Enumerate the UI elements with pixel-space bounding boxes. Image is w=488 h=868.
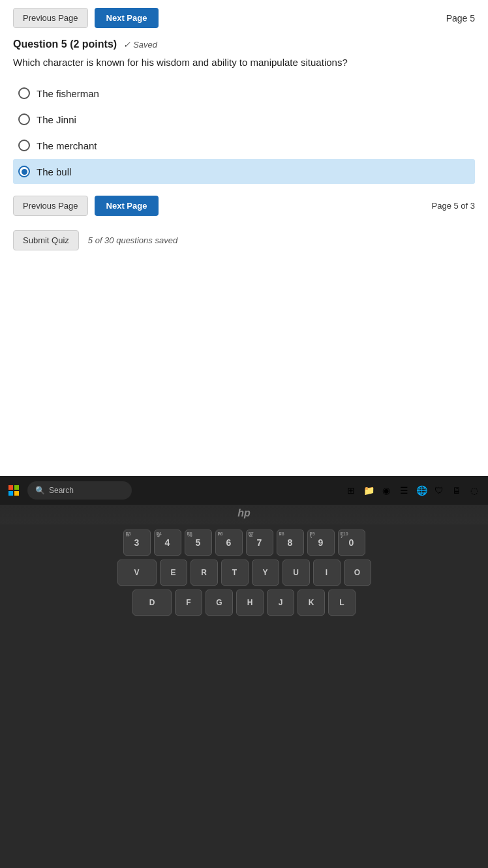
option-merchant-label: The merchant: [37, 140, 97, 151]
taskbar-icon-hp[interactable]: 🖥: [450, 483, 464, 498]
taskbar-search-icon: 🔍: [35, 486, 45, 495]
key-3[interactable]: F3#3: [123, 530, 151, 556]
option-jinni-label: The Jinni: [37, 114, 76, 125]
key-g[interactable]: G: [206, 590, 233, 616]
key-f[interactable]: F: [175, 590, 202, 616]
option-fisherman-label: The fisherman: [37, 88, 99, 99]
taskbar-icon-store[interactable]: ☰: [397, 483, 411, 498]
key-t[interactable]: T: [221, 560, 249, 586]
submit-quiz-button[interactable]: Submit Quiz: [13, 230, 79, 250]
option-merchant[interactable]: The merchant: [13, 133, 475, 158]
radio-bull: [18, 166, 30, 177]
page-indicator-top: Page 5: [446, 13, 475, 23]
option-jinni[interactable]: The Jinni: [13, 107, 475, 132]
keyboard-row-qwerty: V E R T Y U I O: [13, 560, 475, 586]
keyboard-row-home: D F G H J K L: [13, 590, 475, 616]
key-9[interactable]: F9(9: [307, 530, 335, 556]
taskbar-icon-globe[interactable]: 🌐: [414, 483, 429, 498]
top-nav: Previous Page Next Page Page 5: [13, 8, 475, 28]
key-v[interactable]: V: [117, 560, 157, 586]
page-indicator-bottom: Page 5 of 3: [432, 201, 476, 211]
keyboard-area: F3#3 F4$4 F5%5 F6^6 F7&7 F8*8 F9(9 F10)0…: [0, 524, 488, 868]
screen: Previous Page Next Page Page 5 Question …: [0, 0, 488, 476]
options-list: The fisherman The Jinni The merchant The…: [13, 81, 475, 184]
key-4[interactable]: F4$4: [154, 530, 181, 556]
key-o[interactable]: O: [344, 560, 371, 586]
saved-badge: ✓ Saved: [123, 40, 157, 50]
option-bull[interactable]: The bull: [13, 159, 475, 184]
key-0[interactable]: F10)0: [338, 530, 365, 556]
next-page-button-bottom[interactable]: Next Page: [95, 196, 159, 216]
radio-merchant: [18, 140, 30, 151]
next-page-button-top[interactable]: Next Page: [95, 8, 159, 28]
bottom-nav: Previous Page Next Page Page 5 of 3: [13, 196, 475, 216]
taskbar-icon-shield[interactable]: 🛡: [432, 483, 446, 498]
submit-section: Submit Quiz 5 of 30 questions saved: [13, 230, 475, 250]
taskbar-icon-chrome[interactable]: ◌: [467, 483, 481, 498]
taskbar: 🔍 Search ⊞ 📁 ◉ ☰ 🌐 🛡 🖥 ◌: [0, 476, 488, 505]
key-y[interactable]: Y: [252, 560, 279, 586]
radio-fisherman: [18, 87, 30, 99]
key-i[interactable]: I: [313, 560, 341, 586]
key-6[interactable]: F6^6: [215, 530, 243, 556]
question-title: Question 5 (2 points): [13, 38, 117, 50]
check-icon: ✓: [123, 40, 130, 50]
key-r[interactable]: R: [191, 560, 218, 586]
quiz-container: Previous Page Next Page Page 5 Question …: [0, 0, 488, 476]
key-h[interactable]: H: [236, 590, 264, 616]
bottom-nav-left: Previous Page Next Page: [13, 196, 159, 216]
key-7[interactable]: F7&7: [246, 530, 273, 556]
laptop-bezel-bottom: hp F3#3 F4$4 F5%5 F6^6 F7&7 F8*8 F9(9 F1…: [0, 505, 488, 868]
top-nav-left: Previous Page Next Page: [13, 8, 159, 28]
question-header: Question 5 (2 points) ✓ Saved: [13, 38, 475, 50]
option-fisherman[interactable]: The fisherman: [13, 81, 475, 106]
windows-icon[interactable]: [7, 483, 21, 498]
hp-logo: hp: [237, 507, 251, 519]
taskbar-icon-widgets[interactable]: ⊞: [344, 483, 358, 498]
key-d[interactable]: D: [132, 590, 172, 616]
radio-jinni: [18, 113, 30, 125]
question-text: Which character is known for his wisdom …: [13, 55, 475, 69]
keyboard-row-numbers: F3#3 F4$4 F5%5 F6^6 F7&7 F8*8 F9(9 F10)0: [13, 530, 475, 556]
submit-info: 5 of 30 questions saved: [88, 235, 177, 245]
prev-page-button-top[interactable]: Previous Page: [13, 8, 88, 28]
taskbar-search-text: Search: [49, 486, 74, 495]
key-k[interactable]: K: [297, 590, 325, 616]
key-u[interactable]: U: [282, 560, 310, 586]
prev-page-button-bottom[interactable]: Previous Page: [13, 196, 88, 216]
key-e[interactable]: E: [160, 560, 187, 586]
taskbar-icon-folder[interactable]: 📁: [361, 483, 376, 498]
key-j[interactable]: J: [267, 590, 294, 616]
taskbar-search-box[interactable]: 🔍 Search: [27, 481, 132, 500]
key-5[interactable]: F5%5: [185, 530, 212, 556]
taskbar-icons: ⊞ 📁 ◉ ☰ 🌐 🛡 🖥 ◌: [344, 483, 481, 498]
key-8[interactable]: F8*8: [277, 530, 304, 556]
key-l[interactable]: L: [328, 590, 356, 616]
option-bull-label: The bull: [37, 166, 71, 177]
taskbar-icon-edge[interactable]: ◉: [379, 483, 393, 498]
